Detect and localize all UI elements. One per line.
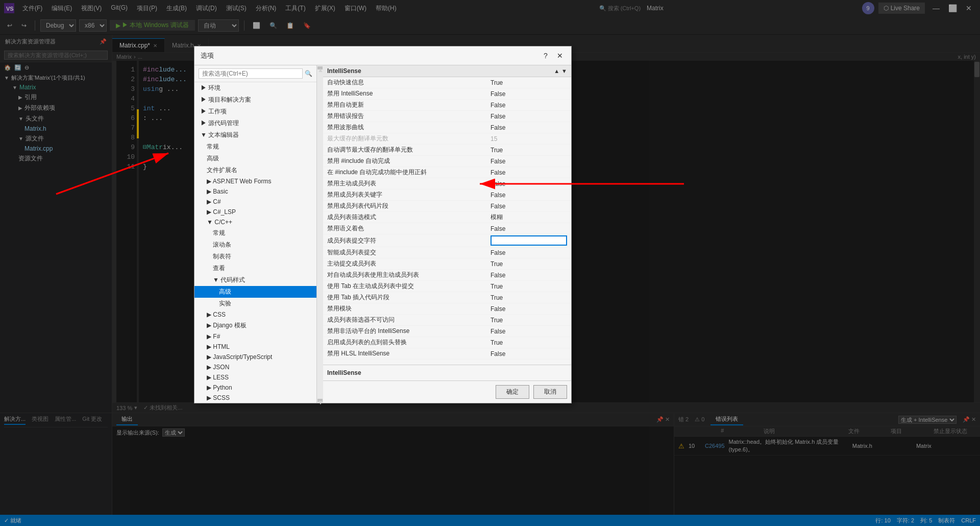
settings-row-1[interactable]: 禁用 IntelliSense False: [323, 88, 571, 100]
dtree-csharp[interactable]: ▶ C#: [194, 197, 316, 207]
dialog-left-panel: 🔍 ▶ 环境 ▶ 项目和解决方案 ▶ 工作项 ▶ 源代码管理 ▼ 文本编辑器 常…: [194, 65, 317, 403]
dtree-general[interactable]: 常规: [194, 141, 316, 153]
dialog-search-area: 🔍: [194, 65, 316, 82]
dtree-advanced[interactable]: 高级: [194, 153, 316, 164]
dialog-body: 🔍 ▶ 环境 ▶ 项目和解决方案 ▶ 工作项 ▶ 源代码管理 ▼ 文本编辑器 常…: [194, 65, 571, 403]
settings-row-24[interactable]: 禁用 HLSL IntelliSense False: [323, 348, 571, 360]
dtree-cpp-view[interactable]: 查看: [194, 262, 316, 274]
scroll-up-arrow[interactable]: ▲: [554, 68, 559, 74]
dialog-footer-label: IntelliSense: [323, 365, 571, 380]
dtree-fsharp[interactable]: ▶ F#: [194, 331, 316, 342]
dtree-codestyle-expand[interactable]: ▼ 代码样式: [194, 274, 316, 286]
dtree-basic[interactable]: ▶ Basic: [194, 186, 316, 197]
settings-row-22[interactable]: 禁用非活动平台的 IntelliSense False: [323, 326, 571, 337]
settings-row-12[interactable]: 成员列表筛选模式 模糊: [323, 212, 571, 223]
settings-row-9[interactable]: 禁用主动成员列表 False: [323, 178, 571, 189]
dtree-html[interactable]: ▶ HTML: [194, 342, 316, 352]
dialog-buttons: 确定 取消: [323, 380, 571, 403]
settings-row-13[interactable]: 禁用语义着色 False: [323, 223, 571, 234]
dialog-help-icon[interactable]: ?: [541, 51, 551, 61]
dtree-env[interactable]: ▶ 环境: [194, 82, 316, 94]
dialog-overlay: 选项 ? ✕ 🔍 ▶ 环境 ▶ 项目和解决方案 ▶ 工作项 ▶ 源代码管理 ▼ …: [0, 0, 980, 526]
dtree-python[interactable]: ▶ Python: [194, 382, 316, 393]
dtree-js[interactable]: ▶ JavaScript/TypeScript: [194, 352, 316, 362]
svg-line-3: [56, 153, 168, 194]
dialog-close-icon[interactable]: ✕: [555, 51, 565, 61]
dtree-fileext[interactable]: 文件扩展名: [194, 164, 316, 176]
dialog-title: 选项: [201, 51, 214, 60]
dialog-controls: ? ✕: [541, 51, 565, 61]
settings-row-10[interactable]: 禁用成员列表关键字 False: [323, 189, 571, 201]
dtree-scss[interactable]: ▶ SCSS: [194, 393, 316, 403]
settings-row-14[interactable]: 成员列表提交字符: [323, 234, 571, 247]
dtree-advanced-selected[interactable]: 高级: [194, 286, 316, 298]
intellisense-header-label: IntelliSense: [327, 67, 361, 75]
scrollbar-down-arrow[interactable]: ▼: [317, 399, 323, 402]
settings-row-7[interactable]: 禁用 #include 自动完成 False: [323, 156, 571, 167]
settings-row-0[interactable]: 自动快速信息 True: [323, 77, 571, 88]
dialog-right-header: IntelliSense ▲ ▼: [323, 65, 571, 77]
settings-table: 自动快速信息 True 禁用 IntelliSense False 禁用自动更新…: [323, 77, 571, 365]
dialog-tree: ▶ 环境 ▶ 项目和解决方案 ▶ 工作项 ▶ 源代码管理 ▼ 文本编辑器 常规 …: [194, 82, 316, 403]
settings-row-8[interactable]: 在 #include 自动完成功能中使用正斜 False: [323, 167, 571, 178]
dtree-cpp-tabs[interactable]: 制表符: [194, 251, 316, 262]
settings-row-19[interactable]: 使用 Tab 插入代码片段 True: [323, 292, 571, 303]
dtree-sourcectrl[interactable]: ▶ 源代码管理: [194, 117, 316, 129]
settings-row-20[interactable]: 禁用模块 False: [323, 303, 571, 315]
dialog-left-scrollbar[interactable]: ▲ ▼: [317, 65, 323, 403]
settings-row-16[interactable]: 主动提交成员列表 True: [323, 258, 571, 270]
settings-row-6[interactable]: 自动调节最大缓存的翻译单元数 True: [323, 145, 571, 156]
dtree-css[interactable]: ▶ CSS: [194, 309, 316, 320]
dtree-project[interactable]: ▶ 项目和解决方案: [194, 94, 316, 106]
dtree-csharp-lsp[interactable]: ▶ C#_LSP: [194, 207, 316, 217]
dialog-cancel-button[interactable]: 取消: [533, 385, 567, 399]
dtree-cpp-general[interactable]: 常规: [194, 227, 316, 239]
dialog-search-icon: 🔍: [305, 70, 312, 77]
dialog-confirm-button[interactable]: 确定: [496, 385, 529, 399]
options-dialog: 选项 ? ✕ 🔍 ▶ 环境 ▶ 项目和解决方案 ▶ 工作项 ▶ 源代码管理 ▼ …: [194, 46, 572, 403]
annotation-arrow-1: [46, 143, 199, 204]
dialog-right-header-controls: ▲ ▼: [554, 68, 567, 74]
dtree-json[interactable]: ▶ JSON: [194, 362, 316, 372]
settings-row-23[interactable]: 启用成员列表的点到箭头替换 True: [323, 337, 571, 348]
dtree-cpp-expand[interactable]: ▼ C/C++: [194, 217, 316, 227]
dialog-title-bar: 选项 ? ✕: [194, 46, 571, 65]
settings-row-17[interactable]: 对自动成员列表使用主动成员列表 False: [323, 270, 571, 281]
dtree-cpp-scroll[interactable]: 滚动条: [194, 239, 316, 251]
scroll-down-arrow[interactable]: ▼: [561, 68, 567, 74]
dtree-aspnet[interactable]: ▶ ASP.NET Web Forms: [194, 176, 316, 186]
dtree-workitem[interactable]: ▶ 工作项: [194, 106, 316, 117]
settings-row-15[interactable]: 智能成员列表提交 False: [323, 247, 571, 258]
dtree-django[interactable]: ▶ Django 模板: [194, 320, 316, 331]
dtree-experiment[interactable]: 实验: [194, 298, 316, 309]
dtree-texteditor[interactable]: ▼ 文本编辑器: [194, 129, 316, 141]
settings-row-4[interactable]: 禁用波形曲线 False: [323, 122, 571, 133]
settings-row-5[interactable]: 最大缓存的翻译单元数 15: [323, 133, 571, 145]
dialog-search-input[interactable]: [199, 68, 303, 79]
scrollbar-up-arrow[interactable]: ▲: [317, 66, 323, 69]
commit-chars-input[interactable]: [491, 235, 567, 246]
dtree-less[interactable]: ▶ LESS: [194, 372, 316, 382]
settings-row-3[interactable]: 禁用错误报告 False: [323, 111, 571, 122]
settings-row-18[interactable]: 使用 Tab 在主动成员列表中提交 True: [323, 281, 571, 292]
settings-row-21[interactable]: 成员列表筛选器不可访问 True: [323, 315, 571, 326]
settings-row-2[interactable]: 禁用自动更新 False: [323, 100, 571, 111]
settings-row-11[interactable]: 禁用成员列表代码片段 False: [323, 201, 571, 212]
dialog-right-panel: IntelliSense ▲ ▼ 自动快速信息 True 禁用 IntelliS…: [323, 65, 571, 403]
